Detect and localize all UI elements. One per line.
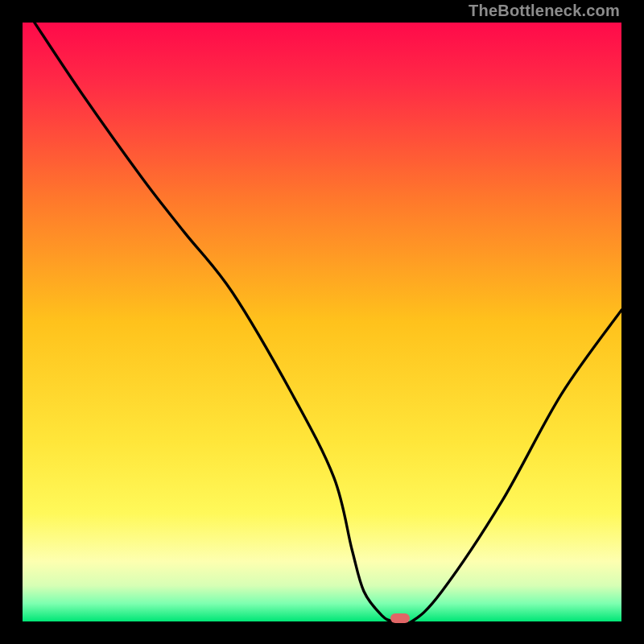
watermark-text: TheBottleneck.com — [469, 2, 620, 20]
chart-frame: TheBottleneck.com — [0, 0, 644, 644]
plot-area — [23, 23, 621, 621]
optimal-marker — [390, 613, 410, 623]
bottleneck-curve — [23, 23, 621, 621]
